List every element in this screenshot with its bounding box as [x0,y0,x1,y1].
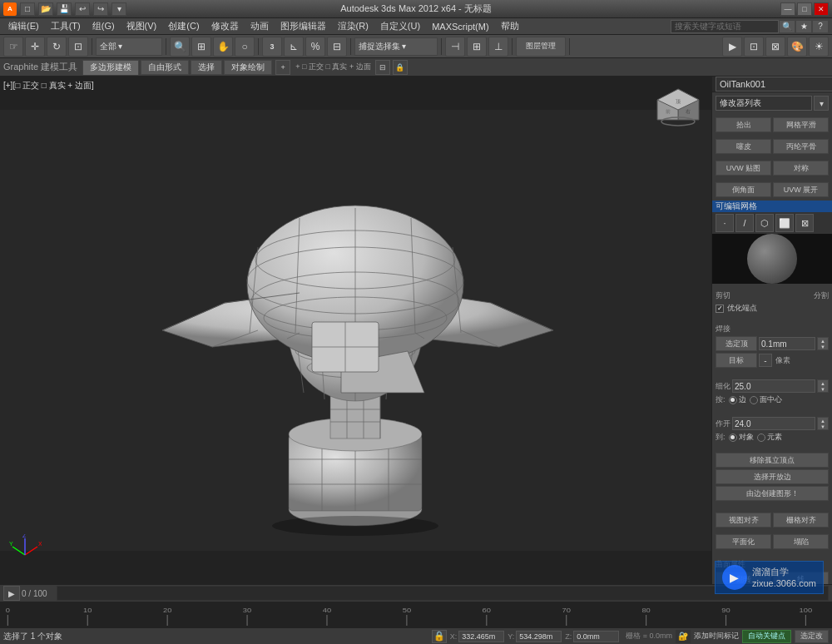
menu-help[interactable]: 帮助 [496,19,524,33]
lock-icon[interactable]: 🔐 [676,630,691,643]
element-icon-btn[interactable]: ⊠ [795,214,814,232]
weld-target-btn[interactable]: 目标 [716,353,757,368]
array-btn[interactable]: ⊞ [467,37,487,57]
mesh-smooth-btn[interactable]: 网格平滑 [773,117,829,132]
menu-tools[interactable]: 工具(T) [46,19,86,33]
flatten-btn[interactable]: 平面化 [716,534,771,549]
add-keyframe-btn[interactable]: 添加时间标记 [694,631,739,642]
spinner-up[interactable]: ▲ [818,338,828,344]
to-element-radio[interactable]: 元素 [757,432,782,443]
uvw-map-btn[interactable]: UVW 贴图 [716,161,771,176]
timeline-play-btn[interactable]: ▶ [3,586,20,601]
subdiv-up[interactable]: ▲ [818,380,828,386]
search-button[interactable]: 🔍 [779,20,795,33]
stretch-btn[interactable]: 噻皮 [716,139,771,154]
viewport-label-btn[interactable]: + [275,60,290,75]
set-keys-btn[interactable]: 选定改 [795,630,829,643]
maximize-btn[interactable]: □ [797,2,812,16]
subdivide-spinner[interactable]: ▲ ▼ [817,379,829,393]
render-dialog-btn[interactable]: ⊠ [765,37,785,57]
turn-on-spinner[interactable]: ▲ ▼ [817,417,829,430]
render-env-btn[interactable]: ☀ [809,37,829,57]
symmetry-btn[interactable]: 对称 [773,161,829,176]
menu-graph-editor[interactable]: 图形编辑器 [275,19,331,33]
viewport-lock-btn[interactable]: 🔒 [393,60,408,75]
object-name-input[interactable] [716,77,832,92]
save-btn[interactable]: 💾 [57,2,72,16]
modifier-list-dropdown[interactable]: 修改器列表 [716,96,812,111]
lock-selection-btn[interactable]: 🔒 [432,630,447,643]
poly-icon-btn[interactable]: ⬜ [775,214,794,232]
quick-access-more[interactable]: ▾ [111,2,126,16]
tab-polygon-modeling[interactable]: 多边形建模 [82,60,139,75]
remove-isolated-btn[interactable]: 移除孤立顶点 [716,453,829,468]
flip-faces-btn[interactable]: 倒角面 [716,182,771,197]
menu-view[interactable]: 视图(V) [121,19,162,33]
poly-smooth-btn[interactable]: 丙纶平骨 [773,139,829,154]
by-edge-radio[interactable]: 边 [729,394,746,405]
angle-snap-btn[interactable]: ⊾ [284,37,304,57]
uvw-expand-btn[interactable]: UVW 展开 [773,182,829,197]
menu-render[interactable]: 渲染(R) [333,19,374,33]
vertex-icon-btn[interactable]: · [716,214,734,232]
z-value[interactable]: 0.0mm [573,631,619,642]
weld-selected-btn[interactable]: 选定顶 [716,336,757,351]
optimize-checkbox[interactable]: ✓ [716,305,724,313]
viewport-container[interactable]: [+][□ 正交 □ 真实 + 边面] [0,77,711,584]
percent-snap-btn[interactable]: % [305,37,325,57]
menu-group[interactable]: 组(G) [87,19,120,33]
weld-target-input[interactable]: - [759,354,772,367]
mirror-btn[interactable]: ⊣ [445,37,465,57]
select-open-edges-btn[interactable]: 选择开放边 [716,469,829,484]
view-align-btn[interactable]: 视图对齐 [716,513,771,528]
weld-threshold-spinner[interactable]: ▲ ▼ [817,337,829,350]
search-input[interactable] [671,20,779,33]
tab-freeform[interactable]: 自由形式 [141,60,189,75]
turn-on-input[interactable] [732,417,815,430]
subdivide-input[interactable] [732,379,815,393]
menu-customize[interactable]: 自定义(U) [375,19,425,33]
edge-icon-btn[interactable]: / [735,214,754,232]
push-btn[interactable]: 拾出 [716,117,771,132]
menu-animation[interactable]: 动画 [245,19,274,33]
snap-3d-btn[interactable]: 3 [262,37,282,57]
navigation-cube[interactable]: 顶 右 前 [653,85,703,135]
grid-align-btn[interactable]: 栅格对齐 [773,513,829,528]
named-selection-dropdown[interactable]: 捕捉选择集▾ [354,37,438,56]
weld-threshold-input[interactable] [759,337,815,350]
modifier-options-btn[interactable]: ▾ [814,96,829,111]
curve-edges-btn[interactable]: 由边创建图形！ [716,486,829,501]
render-frame-btn[interactable]: ▶ [722,37,742,57]
to-object-radio[interactable]: 对象 [729,432,754,443]
open-btn[interactable]: 📂 [38,2,53,16]
undo-btn[interactable]: ↩ [75,2,90,16]
menu-modifier[interactable]: 修改器 [206,19,244,33]
menu-edit[interactable]: 编辑(E) [3,19,44,33]
auto-keys-btn[interactable]: 自动关键点 [742,630,791,643]
ton-down[interactable]: ▼ [818,424,828,429]
help-btn[interactable]: ? [812,20,829,33]
subdiv-down[interactable]: ▼ [818,386,828,392]
tab-selection[interactable]: 选择 [191,60,222,75]
timeline-area[interactable]: 0 10 20 30 40 50 60 70 80 90 100 [0,602,832,627]
pan-btn[interactable]: ✋ [213,37,233,57]
align-btn[interactable]: ⊥ [488,37,508,57]
border-icon-btn[interactable]: ⬡ [755,214,774,232]
material-editor-btn[interactable]: 🎨 [787,37,807,57]
editable-poly-header[interactable]: 可编辑网格 [712,201,832,212]
close-btn[interactable]: ✕ [814,2,829,16]
rotate-btn[interactable]: ↻ [47,37,67,57]
relax-btn[interactable]: 塌陷 [773,534,829,549]
quick-render-btn[interactable]: ⊡ [744,37,764,57]
timeline-scrubber[interactable] [57,586,829,601]
spinner-snap-btn[interactable]: ⊟ [327,37,347,57]
move-btn[interactable]: ✛ [25,37,45,57]
by-face-radio[interactable]: 面中心 [750,394,782,405]
spinner-down[interactable]: ▼ [818,344,828,349]
redo-btn[interactable]: ↪ [93,2,108,16]
layer-manager-btn[interactable]: 图层管理 [516,37,566,57]
menu-maxscript[interactable]: MAXScript(M) [427,21,493,32]
tab-object-paint[interactable]: 对象绘制 [224,60,272,75]
orbit-btn[interactable]: ○ [235,37,255,57]
y-value[interactable]: 534.298m [516,631,562,642]
